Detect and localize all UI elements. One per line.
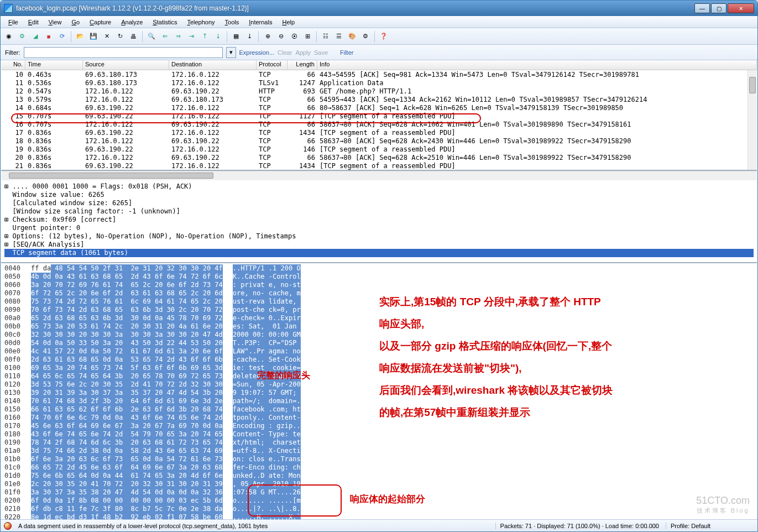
col-no[interactable]: No. <box>1 60 25 70</box>
last-icon[interactable]: ⤓ <box>212 30 224 43</box>
detail-line[interactable]: TCP segment data (1061 bytes) <box>4 249 754 257</box>
detail-line[interactable]: ⊞ [SEQ/ACK Analysis] <box>4 241 754 249</box>
back-icon[interactable]: ⇐ <box>159 30 171 43</box>
hex-row[interactable]: 0040ff da 48 54 54 50 2f 31 2e 31 20 32 … <box>4 264 754 273</box>
hex-row[interactable]: 01a03d 75 74 66 2d 38 0d 0a 58 2d 43 6e … <box>4 447 754 455</box>
detail-line[interactable]: Urgent pointer: 0 <box>4 224 754 232</box>
hex-row[interactable]: 00504b 0d 0a 43 61 63 68 65 2d 43 6f 6e … <box>4 273 754 281</box>
forward-icon[interactable]: ⇒ <box>172 30 184 43</box>
hex-row[interactable]: 02208e 1d ec bd d3 1f 48 b2 92 eb 02 f1 … <box>4 513 754 519</box>
packet-row[interactable]: 210.836s69.63.190.22172.16.0.122TCP1434[… <box>1 162 757 170</box>
col-source[interactable]: Source <box>83 60 169 70</box>
menu-internals[interactable]: Internals <box>244 18 276 27</box>
zoom-reset-icon[interactable]: ⦿ <box>288 30 300 43</box>
save-link[interactable]: Save <box>314 49 328 56</box>
detail-line[interactable]: [Calculated window size: 6265] <box>4 199 754 207</box>
status-packets: Packets: 71 · Displayed: 71 (100.0%) · L… <box>495 523 659 529</box>
packet-row[interactable]: 190.836s69.63.190.22172.16.0.122TCP146[T… <box>1 145 757 154</box>
menu-edit[interactable]: Edit <box>24 18 43 27</box>
resize-cols-icon[interactable]: ⊞ <box>301 30 313 43</box>
auto-scroll-icon[interactable]: ⤓ <box>243 30 255 43</box>
packet-row[interactable]: 170.836s69.63.190.22172.16.0.122TCP1434[… <box>1 129 757 137</box>
interfaces-icon[interactable]: ◉ <box>3 30 15 43</box>
close-button[interactable]: ✕ <box>728 3 754 13</box>
packet-row[interactable]: 150.707s69.63.190.22172.16.0.122TCP1127[… <box>1 112 757 121</box>
menu-tools[interactable]: Tools <box>221 18 244 27</box>
hex-row[interactable]: 01c066 65 72 2d 45 6e 63 6f 64 69 6e 67 … <box>4 463 754 472</box>
status-bar: A data segment used in reassembly of a l… <box>1 519 757 531</box>
menu-help[interactable]: Help <box>278 18 299 27</box>
window-title: facebook_login.pcap [Wireshark 1.12.2 (v… <box>16 4 694 12</box>
start-icon[interactable]: ◢ <box>29 30 41 43</box>
prefs-icon[interactable]: ⚙ <box>359 30 372 43</box>
expression-link[interactable]: Expression... <box>239 49 275 56</box>
detail-line[interactable]: ⊞ Checksum: 0x9f69 [correct] <box>4 216 754 224</box>
detail-line[interactable]: Window size value: 6265 <box>4 191 754 199</box>
packet-row[interactable]: 160.707s172.16.0.12269.63.190.22TCP66586… <box>1 121 757 129</box>
status-profile[interactable]: Profile: Default <box>666 523 754 529</box>
coloring-rules-icon[interactable]: 🎨 <box>346 30 358 43</box>
detail-line[interactable]: ⊞ .... 0000 0001 1000 = Flags: 0x018 (PS… <box>4 182 754 191</box>
hex-row[interactable]: 018043 6f 6e 74 65 6e 74 2d 54 79 70 65 … <box>4 430 754 439</box>
capture-filters-icon[interactable]: ☷ <box>320 30 332 43</box>
menu-go[interactable]: Go <box>67 18 84 27</box>
packet-detail-pane[interactable]: ⊞ .... 0000 0001 1000 = Flags: 0x018 (PS… <box>1 180 757 263</box>
col-info[interactable]: Info <box>317 60 757 70</box>
vscrollbar[interactable] <box>747 70 757 170</box>
clear-link[interactable]: Clear <box>278 49 292 56</box>
goto-icon[interactable]: ⇥ <box>185 30 197 43</box>
options-icon[interactable]: ⚙ <box>16 30 28 43</box>
open-icon[interactable]: 📂 <box>74 30 86 43</box>
packet-list-header[interactable]: No. Time Source Destination Protocol Len… <box>1 60 757 70</box>
hex-row[interactable]: 01d075 6e 6b 65 64 0d 0a 44 61 74 65 3a … <box>4 472 754 480</box>
zoom-in-icon[interactable]: ⊕ <box>262 30 274 43</box>
packet-list-pane[interactable]: No. Time Source Destination Protocol Len… <box>1 60 757 171</box>
menu-capture[interactable]: Capture <box>85 18 116 27</box>
packet-row[interactable]: 140.684s69.63.190.22172.16.0.122TCP6680→… <box>1 104 757 112</box>
display-filters-icon[interactable]: ☰ <box>333 30 345 43</box>
packet-row[interactable]: 120.547s172.16.0.12269.63.190.22HTTP693G… <box>1 87 757 96</box>
menu-view[interactable]: View <box>44 18 66 27</box>
filter-dropdown-icon[interactable]: ▾ <box>226 47 236 58</box>
hex-row[interactable]: 01e02c 20 30 35 20 41 70 72 20 32 30 31 … <box>4 480 754 488</box>
col-dest[interactable]: Destination <box>169 60 257 70</box>
packet-row[interactable]: 100.463s69.63.180.173172.16.0.122TCP6644… <box>1 71 757 79</box>
filter-toolbar: Filter: ▾ Expression... Clear Apply Save… <box>1 45 757 60</box>
hex-row[interactable]: 019078 74 2f 68 74 6d 6c 3b 20 63 68 61 … <box>4 439 754 447</box>
first-icon[interactable]: ⤒ <box>198 30 211 43</box>
reload-icon[interactable]: ↻ <box>114 30 126 43</box>
packet-row[interactable]: 110.536s69.63.180.173172.16.0.122TLSv112… <box>1 79 757 87</box>
col-time[interactable]: Time <box>25 60 83 70</box>
colorize-icon[interactable]: ▦ <box>230 30 242 43</box>
expert-led-icon[interactable] <box>4 522 12 530</box>
filter-link[interactable]: Filter <box>340 49 353 56</box>
apply-link[interactable]: Apply <box>295 49 311 56</box>
detail-line[interactable]: ⊞ Options: (12 bytes), No-Operation (NOP… <box>4 232 754 241</box>
close-file-icon[interactable]: ✕ <box>101 30 113 43</box>
minimize-button[interactable]: — <box>694 3 710 13</box>
help-icon[interactable]: ❓ <box>378 30 390 43</box>
hex-row[interactable]: 00603a 20 70 72 69 76 61 74 65 2c 20 6e … <box>4 281 754 289</box>
find-icon[interactable]: 🔍 <box>145 30 158 43</box>
restart-icon[interactable]: ⟳ <box>56 30 68 43</box>
save-icon[interactable]: 💾 <box>87 30 100 43</box>
maximize-button[interactable]: ▢ <box>711 3 726 13</box>
menu-file[interactable]: File <box>4 18 23 27</box>
filter-input[interactable] <box>24 47 223 58</box>
hex-row[interactable]: 02106f db c8 11 fe 7c 3f 80 8c b7 5c 7c … <box>4 505 754 513</box>
hscrollbar-packets[interactable] <box>1 171 757 180</box>
detail-line[interactable]: [Window size scaling factor: -1 (unknown… <box>4 207 754 216</box>
menu-statistics[interactable]: Statistics <box>148 18 181 27</box>
col-len[interactable]: Length <box>287 60 317 70</box>
stop-icon[interactable]: ■ <box>43 30 55 43</box>
packet-row[interactable]: 200.836s172.16.0.12269.63.190.22TCP66586… <box>1 154 757 162</box>
col-proto[interactable]: Protocol <box>257 60 287 70</box>
packet-row[interactable]: 180.836s172.16.0.12269.63.190.22TCP66586… <box>1 137 757 145</box>
packet-row[interactable]: 130.579s172.16.0.12269.63.180.173TCP6654… <box>1 96 757 104</box>
menu-analyze[interactable]: Analyze <box>117 18 147 27</box>
main-toolbar: ◉ ⚙ ◢ ■ ⟳ 📂 💾 ✕ ↻ 🖶 🔍 ⇐ ⇒ ⇥ ⤒ ⤓ ▦ ⤓ ⊕ ⊖ … <box>1 28 757 45</box>
menu-telephony[interactable]: Telephony <box>182 18 219 27</box>
zoom-out-icon[interactable]: ⊖ <box>275 30 287 43</box>
print-icon[interactable]: 🖶 <box>127 30 139 43</box>
hex-row[interactable]: 01b06f 6e 3a 20 63 6c 6f 73 65 0d 0a 54 … <box>4 455 754 463</box>
